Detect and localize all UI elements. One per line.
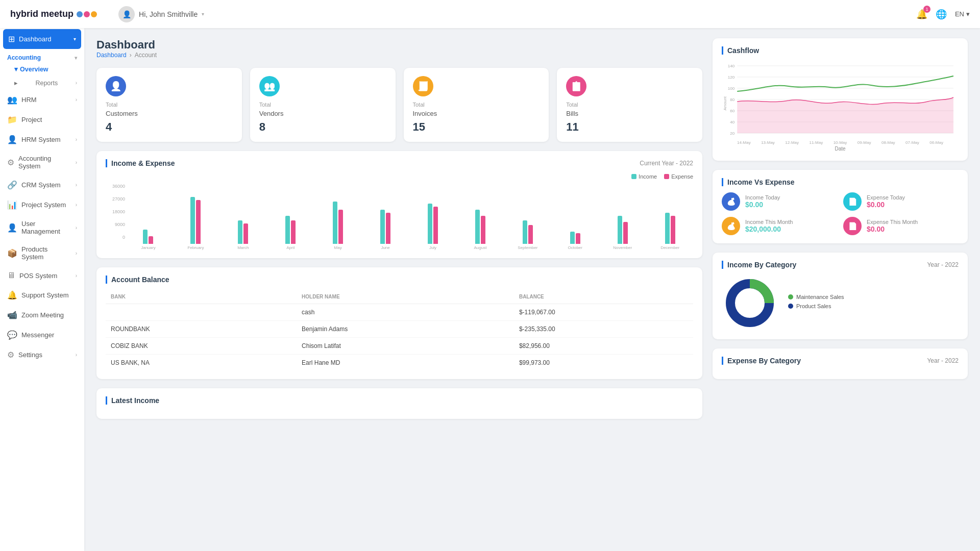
ivse-icon-2: 💰 [722, 217, 740, 235]
sidebar-item-pos-system[interactable]: 🖥 POS System › [0, 266, 84, 285]
bars-5 [380, 188, 390, 244]
project-system-icon: 📊 [7, 200, 17, 210]
income-bar-2 [238, 220, 242, 244]
crm-system-label: CRM System [21, 181, 61, 189]
hrm-system-chevron: › [76, 137, 77, 142]
sidebar-item-hrm[interactable]: 👥 HRM › [0, 90, 84, 110]
logo-icon [77, 11, 97, 17]
ibc-header: Income By Category Year - 2022 [722, 261, 959, 269]
sidebar-item-accounting-system[interactable]: ⚙ Accounting System › [0, 149, 84, 175]
products-system-chevron: › [76, 251, 77, 256]
support-system-label: Support System [21, 291, 69, 299]
svg-text:80: 80 [730, 97, 734, 102]
expense-bar-7 [481, 216, 485, 244]
breadcrumb: Dashboard › Account [96, 52, 702, 59]
legend-income-dot [631, 174, 636, 179]
bar-month-1: February [187, 245, 204, 250]
breadcrumb-home[interactable]: Dashboard [96, 52, 127, 59]
sidebar-section-accounting[interactable]: Accounting ▾ [0, 50, 84, 62]
ivse-label-2: Income This Month [745, 219, 793, 225]
notification-button[interactable]: 🔔 1 [916, 9, 927, 20]
bank-cell-1: ROUNDBANK [106, 321, 297, 338]
stat-name-2: Invoices [413, 110, 540, 117]
ivse-info-0: Income Today $0.00 [745, 194, 780, 209]
sidebar-item-project-system[interactable]: 📊 Project System › [0, 195, 84, 215]
sidebar-item-messenger[interactable]: 💬 Messenger [0, 325, 84, 345]
user-info: 👤 Hi, John Smithville ▾ [118, 6, 204, 22]
sidebar-item-hrm-system[interactable]: 👤 HRM System › [0, 130, 84, 149]
ivse-label-1: Expense Today [867, 194, 905, 201]
account-balance-title: Account Balance [106, 276, 169, 284]
table-row: COBIZ BANK Chisom Latifat $82,956.00 [106, 338, 693, 355]
svg-text:20: 20 [730, 131, 734, 136]
bar-month-10: November [613, 245, 632, 250]
bar-group: January [125, 188, 172, 250]
bank-cell-0 [106, 304, 297, 321]
bank-cell-3: US BANK, NA [106, 355, 297, 371]
reports-chevron: › [76, 80, 77, 86]
expense-bar-4 [338, 210, 343, 244]
donut-legend: Maintenance Sales Product Sales [788, 294, 844, 312]
income-vs-expense-card: Income Vs Expense 💰 Income Today $0.00 📄… [713, 170, 968, 243]
stat-icon-glyph-3: 📋 [571, 81, 582, 92]
pos-system-label: POS System [19, 272, 57, 280]
bar-group: December [647, 188, 693, 250]
ibc-subtitle: Year - 2022 [927, 261, 959, 268]
sidebar-sub-reports[interactable]: ▸ Reports › [0, 76, 84, 90]
y-axis-label: 0 [106, 235, 125, 240]
language-selector[interactable]: EN ▾ [955, 10, 970, 18]
ivse-title: Income Vs Expense [722, 178, 795, 186]
sidebar-item-settings[interactable]: ⚙ Settings › [0, 345, 84, 365]
sidebar-sub-overview[interactable]: ▾ Overview [0, 62, 84, 76]
svg-text:60: 60 [730, 109, 734, 113]
sidebar-item-support-system[interactable]: 🔔 Support System [0, 285, 84, 305]
main-content: Dashboard Dashboard › Account 👤 Total Cu… [84, 28, 980, 551]
content-right: Cashflow 140 120 1 [713, 38, 968, 541]
sidebar-item-user-management[interactable]: 👤 User Management › [0, 215, 84, 240]
stat-cards: 👤 Total Customers 4 👥 Total Vendors 8 🧾 … [96, 68, 702, 142]
stat-icon-3: 📋 [566, 76, 586, 96]
avatar: 👤 [118, 6, 135, 22]
table-row: US BANK, NA Earl Hane MD $99,973.00 [106, 355, 693, 371]
bar-month-11: December [660, 245, 679, 250]
ivse-label-3: Expense This Month [867, 219, 918, 225]
bar-group: June [362, 188, 409, 250]
bars-4 [333, 188, 343, 244]
stat-name-3: Bills [566, 110, 693, 117]
donut-legend-item-0: Maintenance Sales [788, 294, 844, 300]
user-greeting: Hi, John Smithville [139, 10, 198, 18]
settings-chevron: › [76, 352, 77, 358]
sidebar-item-products-system[interactable]: 📦 Products System › [0, 240, 84, 266]
donut-legend-label-1: Product Sales [796, 303, 831, 309]
sidebar-item-crm-system[interactable]: 🔗 CRM System › [0, 175, 84, 195]
ivse-info-2: Income This Month $20,000.00 [745, 219, 793, 233]
col-balance: BALANCE [514, 290, 693, 304]
sidebar-item-zoom-meeting[interactable]: 📹 Zoom Meeting [0, 305, 84, 325]
cashflow-x-label: 09-May [857, 140, 871, 145]
bar-group: September [504, 188, 551, 250]
legend-expense: Expense [664, 173, 693, 180]
hrm-label: HRM [21, 96, 37, 104]
income-bar-5 [380, 210, 385, 244]
ivse-item-2: 💰 Income This Month $20,000.00 [722, 217, 837, 235]
balance-cell-1: $-235,335.00 [514, 321, 693, 338]
cashflow-x-label: 07-May [905, 140, 919, 145]
donut-chart-svg [722, 275, 778, 331]
svg-point-16 [737, 290, 763, 316]
bar-chart-area: January February March April May June [125, 184, 693, 250]
sidebar-label-dashboard: Dashboard [19, 35, 52, 43]
project-icon: 📁 [7, 115, 17, 124]
income-bar-6 [428, 204, 432, 244]
sidebar-item-dashboard[interactable]: ⊞ Dashboard ▾ [3, 29, 81, 49]
bar-month-9: October [568, 245, 582, 250]
stat-card-customers: 👤 Total Customers 4 [96, 68, 242, 142]
donut-legend-label-0: Maintenance Sales [796, 294, 844, 300]
user-dropdown-chevron[interactable]: ▾ [202, 11, 204, 17]
bar-group: July [410, 188, 456, 250]
bars-2 [238, 188, 248, 244]
ivse-grid: 💰 Income Today $0.00 📄 Expense Today $0.… [722, 192, 959, 235]
expense-bar-2 [243, 223, 248, 244]
cashflow-x-label: 12-May [785, 140, 799, 145]
sidebar-item-project[interactable]: 📁 Project [0, 110, 84, 130]
account-balance-header: Account Balance [106, 276, 693, 284]
